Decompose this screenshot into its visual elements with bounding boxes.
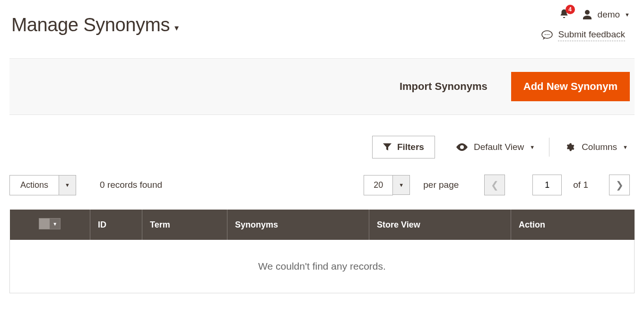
per-page-dropdown[interactable]: ▼: [393, 175, 410, 195]
feedback-label: Submit feedback: [558, 29, 625, 41]
records-found-text: 0 records found: [100, 180, 162, 190]
actions-dropdown[interactable]: Actions ▼: [9, 175, 76, 195]
filters-label: Filters: [397, 142, 424, 152]
caret-down-icon: ▼: [399, 182, 404, 188]
add-new-synonym-button[interactable]: Add New Synonym: [511, 72, 630, 101]
caret-down-icon: ▼: [623, 144, 628, 150]
user-menu[interactable]: demo ▼: [582, 9, 630, 20]
separator: [549, 138, 549, 157]
columns-label: Columns: [582, 142, 617, 152]
current-page-input[interactable]: [532, 175, 562, 195]
actions-label: Actions: [9, 175, 59, 195]
gear-icon: [564, 142, 576, 152]
funnel-icon: [383, 143, 392, 151]
speech-bubble-icon: [541, 30, 553, 41]
caret-down-icon: ▼: [625, 12, 630, 18]
page-title-dropdown[interactable]: Manage Synonyms ▾: [11, 9, 179, 41]
per-page-value: 20: [364, 175, 393, 195]
username-label: demo: [598, 9, 620, 20]
submit-feedback-link[interactable]: Submit feedback: [541, 29, 630, 41]
svg-point-3: [548, 34, 549, 35]
user-icon: [582, 9, 593, 20]
notifications-badge: 4: [566, 5, 575, 14]
column-select-all: ▼: [10, 210, 90, 240]
caret-down-icon: ▼: [65, 182, 70, 188]
eye-icon: [456, 142, 468, 152]
select-all-checkbox[interactable]: ▼: [39, 218, 61, 229]
page-actions-bar: Import Synonyms Add New Synonym: [9, 58, 635, 115]
next-page-button[interactable]: ❯: [609, 175, 630, 195]
caret-down-icon: ▾: [174, 23, 179, 33]
chevron-right-icon: ❯: [616, 179, 624, 191]
column-store-view[interactable]: Store View: [369, 210, 511, 240]
default-view-dropdown[interactable]: Default View ▼: [454, 138, 537, 156]
empty-grid-message: We couldn't find any records.: [10, 240, 635, 293]
caret-down-icon: ▼: [50, 219, 60, 229]
synonyms-grid: ▼ ID Term Synonyms Store View Action We …: [9, 210, 635, 293]
filters-button[interactable]: Filters: [372, 136, 435, 158]
total-pages-label: of 1: [573, 180, 588, 190]
per-page-label: per page: [423, 180, 459, 190]
column-term[interactable]: Term: [142, 210, 227, 240]
column-synonyms[interactable]: Synonyms: [227, 210, 369, 240]
import-synonyms-button[interactable]: Import Synonyms: [397, 80, 490, 93]
chevron-left-icon: ❮: [491, 179, 499, 191]
columns-dropdown[interactable]: Columns ▼: [562, 138, 630, 156]
svg-point-2: [547, 34, 548, 35]
page-title: Manage Synonyms: [11, 14, 170, 35]
view-label: Default View: [474, 142, 524, 152]
column-action[interactable]: Action: [511, 210, 635, 240]
checkbox-icon: [39, 219, 50, 229]
caret-down-icon: ▼: [530, 144, 535, 150]
notifications-button[interactable]: 4: [559, 9, 569, 21]
column-id[interactable]: ID: [90, 210, 142, 240]
svg-point-1: [545, 34, 546, 35]
actions-toggle[interactable]: ▼: [59, 175, 76, 195]
prev-page-button[interactable]: ❮: [484, 175, 505, 195]
